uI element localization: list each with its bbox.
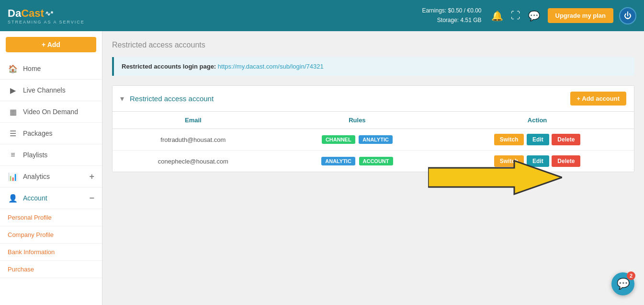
rules-cell-1: CHANNEL ANALYTIC [274,129,441,151]
logo-subtitle: STREAMING AS A SERVICE [8,20,85,24]
tag-analytic-1: ANALYTIC [359,135,393,144]
logo-cast: Cast [21,7,44,20]
playlists-icon: ≡ [8,150,18,160]
personal-profile-label: Personal Profile [8,214,52,221]
sidebar-label-analytics: Analytics [23,173,89,180]
sidebar-item-analytics[interactable]: 📊 Analytics + [0,166,102,188]
page-title: Restricted access accounts [112,41,634,49]
email-cell-1: frotraduth@housat.com [113,129,274,151]
back-arrow-icon: ← [8,301,17,305]
upgrade-button[interactable]: Upgrade my plan [548,8,613,23]
delete-button-1[interactable]: Delete [552,134,580,145]
restricted-access-panel: ▾ Restricted access account + Add accoun… [112,85,634,172]
action-cell-2: Switch Edit Delete [441,151,634,172]
sidebar-item-vod[interactable]: ▦ Video On Demand [0,101,102,123]
switch-button-1[interactable]: Switch [494,134,524,145]
rules-cell-2: ANALYTIC ACCOUNT [274,151,441,172]
sidebar-item-bank-information[interactable]: Bank Information [0,244,102,261]
sidebar-item-home[interactable]: 🏠 Home [0,58,102,80]
tag-account: ACCOUNT [359,157,393,165]
col-rules: Rules [274,112,441,129]
sidebar-label-account: Account [23,194,89,202]
account-collapse-icon: − [89,193,94,203]
sidebar-label-home: Home [23,65,94,72]
add-button[interactable]: + Add [6,37,96,52]
delete-button-2[interactable]: Delete [552,155,580,167]
edit-button-2[interactable]: Edit [527,155,549,167]
analytics-icon: 📊 [8,171,18,182]
bank-info-label: Bank Information [8,248,55,256]
storage-text: Storage: 4.51 GB [422,16,481,25]
col-action: Action [441,112,634,129]
live-icon: ▶ [8,85,18,95]
logo-text: DaCast∿* [8,7,85,20]
accounts-table: Email Rules Action frotraduth@housat.com… [113,112,634,172]
vod-icon: ▦ [8,106,18,117]
power-button[interactable]: ⏻ [619,7,636,24]
sidebar-item-personal-profile[interactable]: Personal Profile [0,209,102,226]
panel-title: Restricted access account [130,94,570,103]
edit-button-1[interactable]: Edit [527,134,549,145]
sidebar-back-button[interactable]: ← [0,295,102,305]
tag-analytic-2: ANALYTIC [321,157,355,165]
sidebar-item-packages[interactable]: ☰ Packages [0,123,102,144]
sidebar-label-vod: Video On Demand [23,108,94,116]
main-content: Restricted access accounts Restricted ac… [102,31,644,305]
app-header: DaCast∿* STREAMING AS A SERVICE Earnings… [0,0,644,31]
info-link[interactable]: https://my.dacast.com/sub/login/74321 [218,63,324,70]
tag-channel: CHANNEL [322,135,355,144]
analytics-expand-icon: + [89,172,94,182]
purchase-label: Purchase [8,266,34,273]
email-cell-2: conephecle@housat.com [113,151,274,172]
chat-badge: 2 [627,271,635,280]
sidebar-item-company-profile[interactable]: Company Profile [0,226,102,244]
logo-da: Da [8,7,21,20]
packages-icon: ☰ [8,128,18,139]
header-stats: Earnings: $0.50 / €0.00 Storage: 4.51 GB [422,6,481,24]
sidebar-item-account[interactable]: 👤 Account − [0,188,102,209]
switch-button-2[interactable]: Switch [494,155,524,167]
table-header-row: Email Rules Action [113,112,634,129]
sidebar: + Add 🏠 Home ▶ Live Channels ▦ Video On … [0,31,102,305]
sidebar-label-playlists: Playlists [23,151,94,159]
action-cell-1: Switch Edit Delete [441,129,634,151]
sidebar-label-live: Live Channels [23,86,94,94]
add-account-button[interactable]: + Add account [570,92,626,106]
sidebar-item-purchase[interactable]: Purchase [0,261,102,278]
header-icons: 🔔 ⛶ 💬 [491,10,540,22]
account-icon: 👤 [8,193,18,203]
sidebar-label-packages: Packages [23,129,94,137]
panel-header: ▾ Restricted access account + Add accoun… [113,86,634,112]
chevron-down-icon[interactable]: ▾ [120,94,124,103]
info-label: Restricted accounts login page: [122,63,216,70]
main-layout: + Add 🏠 Home ▶ Live Channels ▦ Video On … [0,31,644,305]
chat-message-icon: 💬 [617,278,630,290]
col-email: Email [113,112,274,129]
earnings-text: Earnings: $0.50 / €0.00 [422,6,481,15]
table-row: frotraduth@housat.com CHANNEL ANALYTIC S… [113,129,634,151]
company-profile-label: Company Profile [8,231,54,238]
logo-wave: ∿* [45,10,53,17]
sidebar-item-playlists[interactable]: ≡ Playlists [0,144,102,166]
info-banner: Restricted accounts login page: https://… [112,57,634,76]
home-icon: 🏠 [8,63,18,74]
sidebar-item-live-channels[interactable]: ▶ Live Channels [0,80,102,101]
bell-icon[interactable]: 🔔 [491,10,503,22]
table-row: conephecle@housat.com ANALYTIC ACCOUNT S… [113,151,634,172]
chat-icon[interactable]: 💬 [528,10,540,22]
chat-button[interactable]: 💬 2 [611,272,634,295]
fullscreen-icon[interactable]: ⛶ [511,10,520,21]
logo: DaCast∿* STREAMING AS A SERVICE [8,7,85,24]
